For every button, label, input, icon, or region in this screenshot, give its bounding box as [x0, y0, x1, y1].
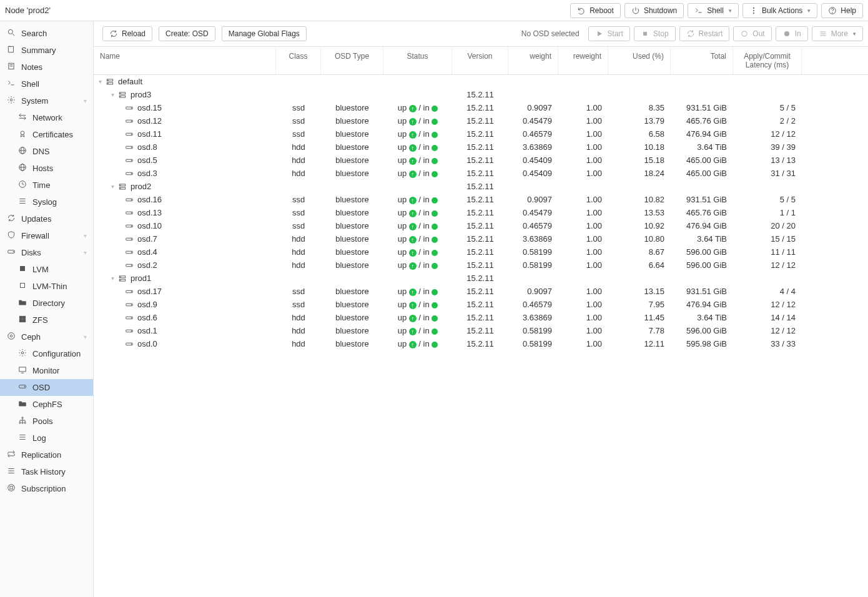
col-status[interactable]: Status [383, 47, 452, 74]
table-row[interactable]: osd.6hddbluestoreup ↑ / in 15.2.113.6386… [94, 311, 868, 324]
status-dot-icon [432, 158, 438, 164]
table-row[interactable]: ▾ prod215.2.11 [94, 180, 868, 193]
hdd-icon [125, 130, 134, 139]
sidebar-item-monitor[interactable]: Monitor [0, 362, 93, 379]
create-osd-button[interactable]: Create: OSD [159, 26, 215, 41]
table-row[interactable]: osd.4hddbluestoreup ↑ / in 15.2.110.5819… [94, 245, 868, 259]
cell-status [383, 75, 452, 88]
table-row[interactable]: osd.10ssdbluestoreup ↑ / in 15.2.110.465… [94, 219, 868, 232]
col-version[interactable]: Version [452, 47, 508, 74]
table-row[interactable]: osd.2hddbluestoreup ↑ / in 15.2.110.5819… [94, 259, 868, 272]
stop-button[interactable]: Stop [634, 26, 676, 41]
sidebar-item-updates[interactable]: Updates [0, 210, 93, 227]
sidebar-item-search[interactable]: Search [0, 25, 93, 42]
sidebar-item-zfs[interactable]: ZFS [0, 312, 93, 328]
table-row[interactable]: osd.15ssdbluestoreup ↑ / in 15.2.110.909… [94, 101, 868, 114]
table-row[interactable]: ▾ prod315.2.11 [94, 88, 868, 101]
chevron-down-icon[interactable]: ▾ [111, 183, 114, 190]
up-arrow-icon: ↑ [409, 157, 417, 165]
sidebar-item-summary[interactable]: Summary [0, 42, 93, 59]
grid-icon [17, 315, 27, 325]
cell-total: 596.00 GiB [671, 259, 733, 272]
chevron-down-icon[interactable]: ▾ [111, 275, 114, 282]
shutdown-button[interactable]: Shutdown [624, 3, 684, 18]
col-class[interactable]: Class [276, 47, 321, 74]
sidebar-item-disks[interactable]: Disks▾ [0, 244, 93, 261]
sidebar-item-notes[interactable]: Notes [0, 59, 93, 76]
table-row[interactable]: osd.16ssdbluestoreup ↑ / in 15.2.110.909… [94, 193, 868, 206]
sidebar-item-task-history[interactable]: Task History [0, 463, 93, 480]
sidebar-item-syslog[interactable]: Syslog [0, 194, 93, 210]
col-type[interactable]: OSD Type [321, 47, 383, 74]
table-row[interactable]: osd.12ssdbluestoreup ↑ / in 15.2.110.454… [94, 114, 868, 127]
sidebar-item-certificates[interactable]: Certificates [0, 126, 93, 143]
sidebar-item-time[interactable]: Time [0, 177, 93, 194]
in-button[interactable]: In [776, 26, 808, 41]
cell-weight: 0.9097 [508, 285, 558, 298]
sidebar-item-pools[interactable]: Pools [0, 413, 93, 430]
table-row[interactable]: ▾ default [94, 75, 868, 88]
table-row[interactable]: osd.0hddbluestoreup ↑ / in 15.2.110.5819… [94, 337, 868, 350]
table-row[interactable]: osd.3hddbluestoreup ↑ / in 15.2.110.4540… [94, 167, 868, 180]
cell-used [608, 75, 671, 88]
table-row[interactable]: osd.13ssdbluestoreup ↑ / in 15.2.110.454… [94, 206, 868, 219]
table-row[interactable]: ▾ prod115.2.11 [94, 272, 868, 285]
sidebar-item-cephfs[interactable]: CephFS [0, 396, 93, 413]
reload-button[interactable]: Reload [102, 26, 152, 41]
sidebar-item-subscription[interactable]: Subscription [0, 480, 93, 497]
up-arrow-icon: ↑ [409, 223, 417, 230]
sidebar-item-label: Replication [21, 450, 61, 460]
cell-version: 15.2.11 [452, 285, 508, 298]
status-dot-icon [432, 342, 438, 348]
more-button[interactable]: More▾ [812, 26, 863, 41]
table-row[interactable]: osd.5hddbluestoreup ↑ / in 15.2.110.4540… [94, 154, 868, 167]
cell-class: hdd [276, 259, 321, 272]
cell-class: hdd [276, 167, 321, 180]
chevron-down-icon[interactable]: ▾ [111, 91, 114, 98]
table-row[interactable]: osd.11ssdbluestoreup ↑ / in 15.2.110.465… [94, 127, 868, 141]
col-name[interactable]: Name [94, 47, 276, 74]
sidebar-item-ceph[interactable]: Ceph▾ [0, 328, 93, 345]
reboot-button[interactable]: Reboot [570, 3, 621, 18]
table-row[interactable]: osd.7hddbluestoreup ↑ / in 15.2.113.6386… [94, 232, 868, 245]
sidebar-item-firewall[interactable]: Firewall▾ [0, 227, 93, 244]
col-weight[interactable]: weight [508, 47, 558, 74]
manage-flags-button[interactable]: Manage Global Flags [222, 26, 307, 41]
sidebar-item-replication[interactable]: Replication [0, 447, 93, 463]
cell-latency: 31 / 31 [733, 167, 802, 180]
cell-class: hdd [276, 232, 321, 245]
col-used[interactable]: Used (%) [608, 47, 671, 74]
col-latency[interactable]: Apply/Commit Latency (ms) [733, 47, 802, 74]
sidebar-item-lvm-thin[interactable]: LVM-Thin [0, 278, 93, 295]
table-row[interactable]: osd.17ssdbluestoreup ↑ / in 15.2.110.909… [94, 285, 868, 298]
table-row[interactable]: osd.9ssdbluestoreup ↑ / in 15.2.110.4657… [94, 298, 868, 311]
restart-button[interactable]: Restart [679, 26, 730, 41]
table-row[interactable]: osd.1hddbluestoreup ↑ / in 15.2.110.5819… [94, 324, 868, 337]
sidebar-item-configuration[interactable]: Configuration [0, 345, 93, 362]
sidebar-item-osd[interactable]: OSD [0, 379, 93, 396]
sidebar-item-directory[interactable]: Directory [0, 295, 93, 312]
sidebar-item-log[interactable]: Log [0, 430, 93, 447]
table-row[interactable]: osd.8hddbluestoreup ↑ / in 15.2.113.6386… [94, 141, 868, 154]
col-reweight[interactable]: reweight [558, 47, 608, 74]
col-total[interactable]: Total [671, 47, 733, 74]
chevron-down-icon[interactable]: ▾ [99, 78, 102, 85]
out-button[interactable]: Out [733, 26, 771, 41]
cell-version: 15.2.11 [452, 141, 508, 154]
cell-name: osd.16 [94, 193, 276, 206]
sidebar-item-hosts[interactable]: Hosts [0, 160, 93, 177]
cell-status [383, 88, 452, 101]
cell-weight: 0.9097 [508, 193, 558, 206]
cell-reweight: 1.00 [558, 127, 608, 141]
sidebar-item-system[interactable]: System▾ [0, 92, 93, 109]
start-button[interactable]: Start [588, 26, 630, 41]
help-button[interactable]: Help [821, 3, 863, 18]
server-icon [118, 182, 127, 191]
sidebar-item-shell[interactable]: Shell [0, 76, 93, 92]
shell-button[interactable]: Shell▾ [688, 3, 739, 18]
bulk-actions-button[interactable]: Bulk Actions▾ [742, 3, 817, 18]
sidebar-item-dns[interactable]: DNS [0, 143, 93, 160]
sidebar-item-lvm[interactable]: LVM [0, 261, 93, 278]
sidebar-item-network[interactable]: Network [0, 109, 93, 126]
cell-weight: 0.45409 [508, 154, 558, 167]
